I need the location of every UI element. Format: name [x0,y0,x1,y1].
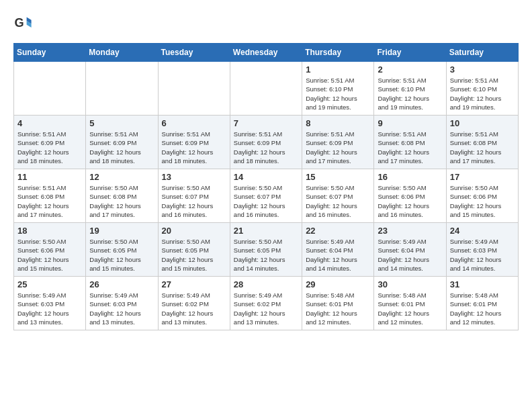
day-info: Sunrise: 5:48 AM Sunset: 6:01 PM Dayligh… [378,291,442,326]
weekday-header: Friday [374,44,446,62]
day-number: 22 [306,226,370,236]
day-info: Sunrise: 5:50 AM Sunset: 6:05 PM Dayligh… [89,237,154,273]
day-info: Sunrise: 5:50 AM Sunset: 6:05 PM Dayligh… [162,237,226,273]
day-number: 15 [306,172,370,182]
calendar-cell: 31Sunrise: 5:48 AM Sunset: 6:01 PM Dayli… [446,277,518,330]
day-info: Sunrise: 5:51 AM Sunset: 6:08 PM Dayligh… [378,130,442,165]
calendar-cell [230,62,302,116]
calendar-cell: 3Sunrise: 5:51 AM Sunset: 6:10 PM Daylig… [446,62,518,116]
calendar-cell: 21Sunrise: 5:50 AM Sunset: 6:05 PM Dayli… [230,223,302,277]
day-info: Sunrise: 5:51 AM Sunset: 6:08 PM Dayligh… [17,183,82,219]
day-info: Sunrise: 5:51 AM Sunset: 6:09 PM Dayligh… [89,130,154,165]
calendar-cell: 28Sunrise: 5:49 AM Sunset: 6:02 PM Dayli… [230,277,302,330]
day-number: 7 [234,118,298,128]
calendar-week-row: 25Sunrise: 5:49 AM Sunset: 6:03 PM Dayli… [14,277,519,330]
weekday-header: Thursday [302,44,374,62]
day-info: Sunrise: 5:50 AM Sunset: 6:06 PM Dayligh… [17,237,82,273]
day-number: 29 [306,279,370,289]
day-number: 20 [162,226,226,236]
day-info: Sunrise: 5:51 AM Sunset: 6:09 PM Dayligh… [234,130,298,165]
day-number: 3 [450,64,515,75]
day-number: 23 [378,226,442,236]
day-number: 19 [89,226,154,236]
day-info: Sunrise: 5:49 AM Sunset: 6:04 PM Dayligh… [378,237,442,273]
day-number: 21 [234,226,298,236]
day-number: 16 [378,172,442,182]
weekday-header: Tuesday [158,44,230,62]
calendar-cell: 2Sunrise: 5:51 AM Sunset: 6:10 PM Daylig… [374,62,446,116]
calendar-cell: 29Sunrise: 5:48 AM Sunset: 6:01 PM Dayli… [302,277,374,330]
day-number: 4 [17,118,82,128]
day-number: 24 [450,226,515,236]
calendar-cell: 9Sunrise: 5:51 AM Sunset: 6:08 PM Daylig… [374,116,446,169]
page-header: G [13,13,519,32]
day-number: 18 [17,226,82,236]
day-info: Sunrise: 5:51 AM Sunset: 6:09 PM Dayligh… [306,130,370,165]
calendar-cell: 14Sunrise: 5:50 AM Sunset: 6:07 PM Dayli… [230,169,302,223]
day-number: 25 [17,279,82,289]
weekday-header: Saturday [446,44,518,62]
calendar-week-row: 4Sunrise: 5:51 AM Sunset: 6:09 PM Daylig… [14,116,519,169]
calendar-cell: 10Sunrise: 5:51 AM Sunset: 6:08 PM Dayli… [446,116,518,169]
day-info: Sunrise: 5:49 AM Sunset: 6:02 PM Dayligh… [234,291,298,326]
day-number: 30 [378,279,442,289]
calendar-cell: 4Sunrise: 5:51 AM Sunset: 6:09 PM Daylig… [14,116,86,169]
calendar-week-row: 1Sunrise: 5:51 AM Sunset: 6:10 PM Daylig… [14,62,519,116]
day-number: 8 [306,118,370,128]
calendar-cell: 18Sunrise: 5:50 AM Sunset: 6:06 PM Dayli… [14,223,86,277]
calendar-cell [158,62,230,116]
calendar-cell: 6Sunrise: 5:51 AM Sunset: 6:09 PM Daylig… [158,116,230,169]
calendar-cell: 7Sunrise: 5:51 AM Sunset: 6:09 PM Daylig… [230,116,302,169]
day-info: Sunrise: 5:51 AM Sunset: 6:10 PM Dayligh… [306,76,370,111]
weekday-header: Monday [86,44,158,62]
day-number: 13 [162,172,226,182]
calendar-cell: 17Sunrise: 5:50 AM Sunset: 6:06 PM Dayli… [446,169,518,223]
day-number: 5 [89,118,154,128]
day-info: Sunrise: 5:49 AM Sunset: 6:03 PM Dayligh… [89,291,154,326]
calendar-cell: 26Sunrise: 5:49 AM Sunset: 6:03 PM Dayli… [86,277,158,330]
calendar-cell [14,62,86,116]
weekday-header: Sunday [14,44,86,62]
day-number: 10 [450,118,515,128]
day-number: 9 [378,118,442,128]
calendar-cell: 27Sunrise: 5:49 AM Sunset: 6:02 PM Dayli… [158,277,230,330]
calendar-cell [86,62,158,116]
day-info: Sunrise: 5:51 AM Sunset: 6:08 PM Dayligh… [450,130,515,165]
calendar-cell: 22Sunrise: 5:49 AM Sunset: 6:04 PM Dayli… [302,223,374,277]
day-info: Sunrise: 5:49 AM Sunset: 6:02 PM Dayligh… [162,291,226,326]
calendar-cell: 24Sunrise: 5:49 AM Sunset: 6:03 PM Dayli… [446,223,518,277]
day-info: Sunrise: 5:48 AM Sunset: 6:01 PM Dayligh… [306,291,370,326]
day-info: Sunrise: 5:51 AM Sunset: 6:10 PM Dayligh… [450,76,515,111]
day-info: Sunrise: 5:50 AM Sunset: 6:07 PM Dayligh… [306,183,370,219]
weekday-header-row: SundayMondayTuesdayWednesdayThursdayFrid… [14,44,519,62]
calendar-cell: 15Sunrise: 5:50 AM Sunset: 6:07 PM Dayli… [302,169,374,223]
logo: G [13,13,35,32]
day-number: 31 [450,279,515,289]
calendar-cell: 23Sunrise: 5:49 AM Sunset: 6:04 PM Dayli… [374,223,446,277]
day-info: Sunrise: 5:51 AM Sunset: 6:09 PM Dayligh… [17,130,82,165]
day-number: 17 [450,172,515,182]
day-info: Sunrise: 5:49 AM Sunset: 6:03 PM Dayligh… [17,291,82,326]
calendar-cell: 11Sunrise: 5:51 AM Sunset: 6:08 PM Dayli… [14,169,86,223]
day-number: 12 [89,172,154,182]
calendar-week-row: 18Sunrise: 5:50 AM Sunset: 6:06 PM Dayli… [14,223,519,277]
weekday-header: Wednesday [230,44,302,62]
calendar-cell: 8Sunrise: 5:51 AM Sunset: 6:09 PM Daylig… [302,116,374,169]
svg-text:G: G [14,16,24,30]
day-number: 27 [162,279,226,289]
calendar-cell: 19Sunrise: 5:50 AM Sunset: 6:05 PM Dayli… [86,223,158,277]
calendar-cell: 1Sunrise: 5:51 AM Sunset: 6:10 PM Daylig… [302,62,374,116]
calendar-cell: 16Sunrise: 5:50 AM Sunset: 6:06 PM Dayli… [374,169,446,223]
calendar-cell: 25Sunrise: 5:49 AM Sunset: 6:03 PM Dayli… [14,277,86,330]
calendar-table: SundayMondayTuesdayWednesdayThursdayFrid… [13,43,519,330]
day-info: Sunrise: 5:50 AM Sunset: 6:07 PM Dayligh… [162,183,226,219]
calendar-cell: 13Sunrise: 5:50 AM Sunset: 6:07 PM Dayli… [158,169,230,223]
day-info: Sunrise: 5:51 AM Sunset: 6:10 PM Dayligh… [378,76,442,111]
calendar-cell: 20Sunrise: 5:50 AM Sunset: 6:05 PM Dayli… [158,223,230,277]
day-info: Sunrise: 5:51 AM Sunset: 6:09 PM Dayligh… [162,130,226,165]
day-info: Sunrise: 5:48 AM Sunset: 6:01 PM Dayligh… [450,291,515,326]
calendar-cell: 12Sunrise: 5:50 AM Sunset: 6:08 PM Dayli… [86,169,158,223]
day-number: 14 [234,172,298,182]
calendar-week-row: 11Sunrise: 5:51 AM Sunset: 6:08 PM Dayli… [14,169,519,223]
day-info: Sunrise: 5:50 AM Sunset: 6:06 PM Dayligh… [450,183,515,219]
